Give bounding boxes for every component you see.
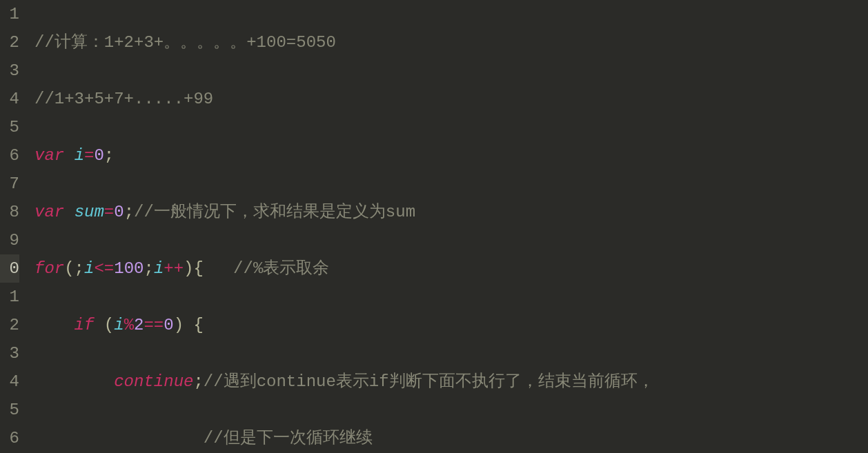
line-number: 4 — [0, 368, 19, 396]
code-line[interactable]: //计算：1+2+3+。。。。。+100=5050 — [34, 28, 868, 57]
line-number: 4 — [0, 85, 19, 113]
comment: //一般情况下，求和结果是定义为sum — [134, 203, 415, 221]
keyword-var: var — [34, 203, 64, 221]
code-line[interactable]: for(;i<=100;i++){ //%表示取余 — [34, 254, 868, 283]
identifier: i — [154, 259, 164, 278]
line-number: 2 — [0, 28, 19, 57]
number: 0 — [114, 203, 124, 221]
keyword-continue: continue — [114, 372, 193, 391]
comment: //遇到continue表示if判断下面不执行了，结束当前循环， — [204, 372, 654, 391]
identifier: i — [75, 146, 84, 165]
line-number: 1 — [0, 0, 19, 28]
keyword-for: for — [34, 259, 64, 278]
number: 0 — [94, 146, 103, 165]
line-number: 6 — [0, 141, 19, 170]
line-number-gutter: 1 2 3 4 5 6 7 8 9 0 1 2 3 4 5 6 — [0, 0, 25, 453]
code-editor[interactable]: 1 2 3 4 5 6 7 8 9 0 1 2 3 4 5 6 //计算：1+2… — [0, 0, 868, 453]
identifier: sum — [75, 203, 104, 221]
code-line[interactable]: var sum=0;//一般情况下，求和结果是定义为sum — [34, 198, 868, 226]
line-number: 6 — [0, 424, 19, 452]
paren: ( — [104, 316, 114, 334]
identifier: i — [84, 259, 94, 278]
line-number: 9 — [0, 226, 19, 254]
line-number: 1 — [0, 283, 19, 311]
line-number: 0 — [0, 254, 19, 283]
line-number: 2 — [0, 311, 19, 339]
comment: //但是下一次循环继续 — [204, 429, 373, 447]
comment: //计算：1+2+3+。。。。。+100=5050 — [34, 33, 336, 52]
operator: <= — [94, 259, 114, 278]
brace: ){ — [184, 259, 233, 278]
keyword-var: var — [34, 146, 64, 165]
code-content[interactable]: //计算：1+2+3+。。。。。+100=5050 //1+3+5+7+....… — [25, 0, 868, 453]
number: 0 — [164, 316, 173, 334]
comment: //%表示取余 — [233, 259, 329, 278]
operator: % — [124, 316, 134, 334]
semicolon: ; — [124, 203, 134, 221]
operator: ++ — [164, 259, 184, 278]
number: 2 — [134, 316, 144, 334]
code-line[interactable]: var i=0; — [34, 141, 868, 170]
semicolon: ; — [104, 146, 114, 165]
brace: ) { — [174, 316, 204, 334]
operator: == — [144, 316, 164, 334]
code-line[interactable]: //但是下一次循环继续 — [34, 424, 868, 452]
line-number: 5 — [0, 396, 19, 424]
line-number: 7 — [0, 170, 19, 198]
operator: = — [104, 203, 114, 221]
line-number: 5 — [0, 113, 19, 141]
line-number: 3 — [0, 57, 19, 85]
semicolon: ; — [193, 372, 203, 391]
code-line[interactable]: continue;//遇到continue表示if判断下面不执行了，结束当前循环… — [34, 368, 868, 396]
comment: //1+3+5+7+.....+99 — [34, 90, 213, 108]
semicolon: ; — [144, 259, 153, 278]
number: 100 — [114, 259, 144, 278]
paren: (; — [64, 259, 84, 278]
line-number: 8 — [0, 198, 19, 226]
operator: = — [84, 146, 94, 165]
code-line[interactable]: //1+3+5+7+.....+99 — [34, 85, 868, 113]
identifier: i — [114, 316, 124, 334]
line-number: 3 — [0, 339, 19, 368]
code-line[interactable]: if (i%2==0) { — [34, 311, 868, 339]
keyword-if: if — [75, 316, 95, 334]
